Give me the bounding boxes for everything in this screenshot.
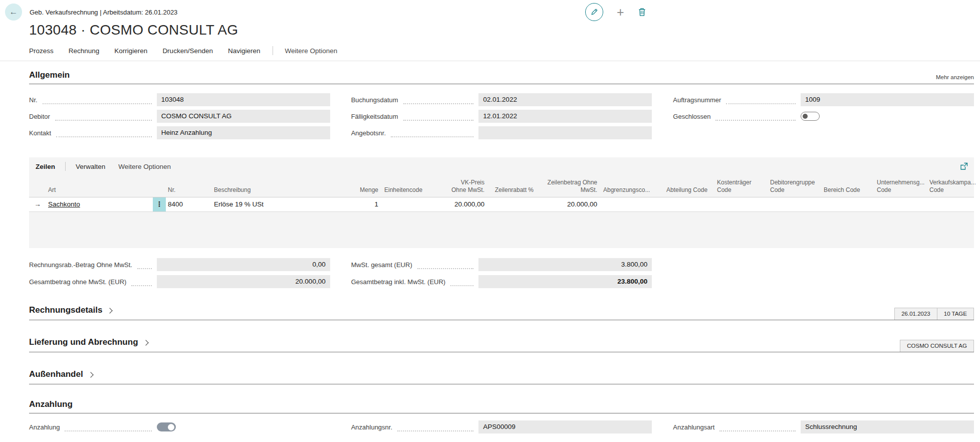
header-zeilenbetrag[interactable]: Zeilenbetrag Ohne MwSt. bbox=[538, 175, 601, 197]
anzahlungsnr-input[interactable]: APS00009 bbox=[478, 420, 652, 433]
mwst-gesamt-value: 3.800,00 bbox=[478, 258, 652, 271]
buchungsdatum-label: Buchungsdatum bbox=[351, 96, 398, 104]
field-debitor: Debitor COSMO CONSULT AG bbox=[29, 110, 330, 123]
auftragsnummer-label: Auftragsnummer bbox=[673, 96, 721, 104]
header-nr[interactable]: Nr. bbox=[166, 175, 212, 197]
dotted-leader bbox=[715, 112, 796, 121]
header-zeilenrabatt[interactable]: Zeilenrabatt % bbox=[488, 175, 538, 197]
header-kostentraeger-code[interactable]: Kostenträger Code bbox=[715, 175, 768, 197]
aussenhandel-header[interactable]: Außenhandel bbox=[29, 369, 974, 379]
cell-nr-link[interactable]: 8400 bbox=[166, 197, 212, 211]
header-row-menu-col bbox=[153, 175, 166, 197]
verwalten-menu[interactable]: Verwalten bbox=[76, 163, 105, 170]
breadcrumb: Geb. Verkaufsrechnung | Arbeitsdatum: 26… bbox=[30, 9, 177, 16]
faelligkeitsdatum-input[interactable]: 12.01.2022 bbox=[478, 110, 652, 123]
zeilen-weitere-optionen-menu[interactable]: Weitere Optionen bbox=[118, 163, 171, 170]
header-vk-preis[interactable]: VK-Preis Ohne MwSt. bbox=[445, 175, 488, 197]
header-bereich-code[interactable]: Bereich Code bbox=[822, 175, 875, 197]
field-nr: Nr. 103048 bbox=[29, 93, 330, 106]
gesamt-ohne-value: 20.000,00 bbox=[157, 275, 330, 288]
zahlungsbedingung-chip[interactable]: 10 TAGE bbox=[937, 308, 974, 320]
fasttab-aussenhandel: Außenhandel bbox=[29, 369, 974, 384]
zeilen-card: Zeilen Verwalten Weitere Optionen Art Nr… bbox=[29, 157, 974, 248]
anzahlung-label: Anzahlung bbox=[29, 423, 60, 431]
fasttab-lieferung: Lieferung und Abrechnung COSMO CONSULT A… bbox=[29, 337, 974, 352]
faelligkeitsdatum-chip[interactable]: 26.01.2023 bbox=[894, 308, 937, 320]
menu-item-korrigieren[interactable]: Korrigieren bbox=[114, 47, 147, 55]
kontakt-label: Kontakt bbox=[29, 129, 51, 137]
anzahlungsart-label: Anzahlungsart bbox=[673, 423, 714, 431]
debitor-input[interactable]: COSMO CONSULT AG bbox=[157, 110, 330, 123]
header-debitorengruppe-code[interactable]: Debitorengruppe Code bbox=[768, 175, 822, 197]
rechnungsdetails-title: Rechnungsdetails bbox=[29, 305, 102, 315]
section-allgemein: Allgemein Mehr anzeigen Nr. 103048 Buchu… bbox=[29, 70, 974, 139]
anzahlung-fields: Anzahlung Anzahlungsnr. APS00009 Anzahlu… bbox=[29, 420, 974, 433]
cell-zeilenrabatt bbox=[488, 197, 538, 211]
new-document-button[interactable]: + bbox=[617, 6, 624, 19]
field-anzahlungsart: Anzahlungsart Schlussrechnung bbox=[673, 420, 974, 433]
rechnungsrabatt-value[interactable]: 0,00 bbox=[157, 258, 330, 271]
expand-lines-button[interactable] bbox=[960, 162, 968, 170]
row-menu-dots-icon[interactable]: ⋮ bbox=[153, 197, 166, 211]
header-unternehmensgruppe-code[interactable]: Unternehmensg... Code bbox=[875, 175, 927, 197]
header-abgrenzungscode[interactable]: Abgrenzungsco... bbox=[601, 175, 664, 197]
pencil-icon bbox=[590, 8, 598, 16]
anzahlung-header[interactable]: Anzahlung bbox=[29, 399, 974, 413]
dotted-leader bbox=[417, 261, 474, 269]
dotted-leader bbox=[56, 129, 152, 137]
header-einheitencode[interactable]: Einheitencode bbox=[382, 175, 445, 197]
dotted-leader bbox=[403, 96, 474, 104]
menu-item-drucken-senden[interactable]: Drucken/Senden bbox=[162, 47, 213, 55]
dotted-leader bbox=[726, 96, 796, 104]
header-menge[interactable]: Menge bbox=[330, 175, 382, 197]
chevron-right-icon bbox=[143, 340, 148, 345]
buchungsdatum-input[interactable]: 02.01.2022 bbox=[478, 93, 652, 106]
dotted-leader bbox=[43, 96, 152, 104]
anzahlung-slot bbox=[157, 422, 330, 431]
header-beschreibung[interactable]: Beschreibung bbox=[212, 175, 330, 197]
zeilen-toolbar-divider bbox=[65, 162, 66, 171]
header-art[interactable]: Art bbox=[46, 175, 153, 197]
totals-area: Rechnungsrab.-Betrag Ohne MwSt. 0,00 MwS… bbox=[29, 258, 974, 288]
toggle-knob bbox=[168, 424, 174, 430]
cell-art-link[interactable]: Sachkonto bbox=[46, 197, 153, 211]
rechnungsdetails-header[interactable]: Rechnungsdetails bbox=[29, 305, 974, 315]
delete-button[interactable] bbox=[638, 8, 646, 17]
faelligkeitsdatum-label: Fälligkeitsdatum bbox=[351, 113, 398, 120]
kontakt-input[interactable]: Heinz Anzahlung bbox=[157, 126, 330, 139]
header-arrow-col bbox=[29, 175, 46, 197]
anzahlungsart-input[interactable]: Schlussrechnung bbox=[801, 420, 974, 433]
edit-button[interactable] bbox=[585, 3, 603, 21]
mehr-anzeigen-link[interactable]: Mehr anzeigen bbox=[936, 74, 974, 80]
angebotsnr-input[interactable] bbox=[478, 126, 652, 139]
menu-item-prozess[interactable]: Prozess bbox=[29, 47, 54, 55]
cell-kostentraeger-code bbox=[715, 197, 768, 211]
dotted-leader bbox=[65, 423, 151, 431]
menu-item-navigieren[interactable]: Navigieren bbox=[228, 47, 261, 55]
menu-item-weitere-optionen[interactable]: Weitere Optionen bbox=[285, 47, 338, 55]
lieferung-debitor-chip[interactable]: COSMO CONSULT AG bbox=[900, 340, 974, 352]
auftragsnummer-input[interactable]: 1009 bbox=[801, 93, 974, 106]
back-button[interactable]: ← bbox=[5, 4, 22, 21]
cell-abgrenzungscode bbox=[601, 197, 664, 211]
zeilen-toolbar: Zeilen Verwalten Weitere Optionen bbox=[29, 157, 974, 175]
field-anzahlungsnr: Anzahlungsnr. APS00009 bbox=[351, 420, 652, 433]
header-verkaufskampagne-code[interactable]: Verkaufskampa... Code bbox=[927, 175, 974, 197]
table-header-row: Art Nr. Beschreibung Menge Einheitencode… bbox=[29, 175, 974, 197]
debitor-label: Debitor bbox=[29, 113, 50, 120]
section-anzahlung: Anzahlung bbox=[29, 399, 974, 413]
chevron-right-icon bbox=[107, 308, 113, 313]
table-empty-area bbox=[29, 212, 974, 248]
cell-bereich-code bbox=[822, 197, 875, 211]
geschlossen-toggle[interactable] bbox=[801, 112, 820, 121]
table-row: → Sachkonto ⋮ 8400 Erlöse 19 % USt 1 20.… bbox=[29, 197, 974, 212]
top-bar: ← Geb. Verkaufsrechnung | Arbeitsdatum: … bbox=[0, 0, 980, 21]
lieferung-header[interactable]: Lieferung und Abrechnung bbox=[29, 337, 974, 347]
cell-unternehmensgruppe-code bbox=[875, 197, 927, 211]
anzahlung-toggle[interactable] bbox=[157, 422, 176, 431]
header-abteilung-code[interactable]: Abteilung Code bbox=[664, 175, 715, 197]
menu-item-rechnung[interactable]: Rechnung bbox=[69, 47, 100, 55]
zeilen-tab[interactable]: Zeilen bbox=[36, 163, 55, 170]
plus-icon: + bbox=[617, 5, 624, 19]
nr-input[interactable]: 103048 bbox=[157, 93, 330, 106]
